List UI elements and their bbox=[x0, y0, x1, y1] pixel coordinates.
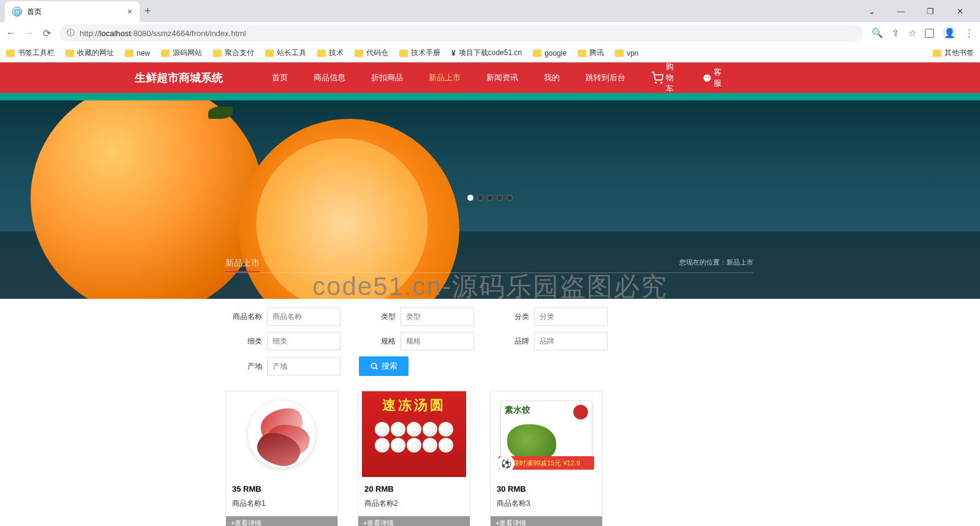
bookmark-item[interactable]: google bbox=[533, 49, 567, 58]
bookmark-item[interactable]: 书签工具栏 bbox=[6, 48, 55, 58]
globe-icon: 🌐 bbox=[12, 7, 22, 17]
info-icon: ⓘ bbox=[67, 28, 75, 39]
window-close-icon[interactable]: ✕ bbox=[951, 7, 969, 16]
browser-chrome: 🌐 首页 × + ⌄ — ❐ ✕ ← → ⟳ ⓘ http://localhos… bbox=[0, 0, 980, 62]
svg-point-0 bbox=[655, 82, 657, 83]
bookmark-item[interactable]: 站长工具 bbox=[265, 48, 306, 58]
zoom-icon[interactable]: 🔍 bbox=[872, 28, 883, 39]
bookmark-item[interactable]: 收藏的网址 bbox=[66, 48, 114, 58]
carousel-dot[interactable] bbox=[507, 195, 513, 201]
bookmark-item[interactable]: vpn bbox=[615, 49, 638, 58]
bookmark-star-icon[interactable]: ☆ bbox=[908, 28, 916, 39]
carousel-dot[interactable] bbox=[497, 195, 503, 201]
address-bar: ← → ⟳ ⓘ http://localhost:8080/ssmz4664/f… bbox=[0, 22, 980, 44]
svg-line-6 bbox=[375, 367, 377, 369]
bookmark-item[interactable]: new bbox=[125, 49, 150, 58]
soccer-icon: ⚽ bbox=[497, 455, 514, 472]
package-label: 速冻汤圆 bbox=[382, 396, 446, 415]
folder-icon bbox=[355, 50, 363, 57]
bookmark-item[interactable]: 聚合支付 bbox=[213, 48, 254, 58]
product-image: 素水饺 限时满99减15元 ¥12.9 ⚽ bbox=[491, 391, 602, 477]
product-card[interactable]: 速冻汤圆 20 RMB 商品名称2 +查看详情 bbox=[358, 391, 470, 526]
filter-input-spec[interactable] bbox=[401, 332, 474, 350]
product-grid: 35 RMB 商品名称1 +查看详情 速冻汤圆 20 RMB 商品名称2 +查看… bbox=[0, 385, 980, 526]
back-button[interactable]: ← bbox=[6, 28, 16, 39]
bookmark-item[interactable]: 腾讯 bbox=[578, 48, 604, 58]
view-detail-button[interactable]: +查看详情 bbox=[226, 516, 337, 526]
reload-button[interactable]: ⟳ bbox=[43, 28, 51, 39]
window-maximize-icon[interactable]: ❐ bbox=[921, 7, 940, 16]
filter-input-name[interactable] bbox=[267, 307, 341, 326]
nav-link-new[interactable]: 新品上市 bbox=[429, 72, 461, 83]
bookmark-item[interactable]: 技术 bbox=[317, 48, 344, 58]
folder-icon bbox=[533, 50, 541, 57]
product-price: 35 RMB bbox=[232, 484, 331, 494]
bookmark-item[interactable]: 技术手册 bbox=[399, 48, 440, 58]
filter-input-subcategory[interactable] bbox=[267, 332, 341, 350]
bookmark-item[interactable]: ¥项目下载code51.cn bbox=[451, 48, 522, 58]
watermark-text: code51.cn-源码乐园盗图必究 bbox=[312, 269, 668, 299]
search-icon bbox=[370, 362, 379, 370]
filter-input-brand[interactable] bbox=[534, 332, 608, 350]
window-minimize-icon[interactable]: — bbox=[892, 7, 910, 16]
folder-icon bbox=[615, 50, 624, 57]
nav-link-discount[interactable]: 折扣商品 bbox=[371, 72, 403, 83]
folder-icon bbox=[6, 50, 15, 57]
product-image: 速冻汤圆 bbox=[358, 391, 470, 477]
nav-link-products[interactable]: 商品信息 bbox=[314, 72, 345, 83]
folder-icon bbox=[317, 50, 326, 57]
view-detail-button[interactable]: +查看详情 bbox=[491, 516, 602, 526]
extensions-icon[interactable] bbox=[925, 29, 934, 38]
product-price: 30 RMB bbox=[497, 484, 596, 494]
url-text: http://localhost:8080/ssmz4664/front/ind… bbox=[80, 29, 246, 38]
carousel-dot[interactable] bbox=[487, 195, 493, 201]
bookmark-item[interactable]: 代码仓 bbox=[355, 48, 388, 58]
filter-input-category[interactable] bbox=[534, 307, 608, 326]
wechat-icon bbox=[703, 74, 711, 82]
folder-icon bbox=[66, 50, 74, 57]
svg-point-4 bbox=[707, 77, 709, 78]
carousel-dot[interactable] bbox=[467, 195, 473, 201]
product-image bbox=[226, 391, 337, 477]
tab-close-icon[interactable]: × bbox=[127, 7, 132, 17]
filter-input-type[interactable] bbox=[401, 307, 474, 326]
other-bookmarks[interactable]: 其他书签 bbox=[933, 48, 974, 58]
svg-point-2 bbox=[704, 74, 711, 81]
share-icon[interactable]: ⇪ bbox=[892, 28, 900, 39]
product-name: 商品名称2 bbox=[364, 498, 464, 509]
nav-link-mine[interactable]: 我的 bbox=[544, 72, 560, 83]
search-button[interactable]: 搜索 bbox=[359, 356, 409, 376]
new-tab-button[interactable]: + bbox=[145, 5, 151, 18]
window-controls: ⌄ — ❐ ✕ bbox=[862, 7, 975, 16]
url-input[interactable]: ⓘ http://localhost:8080/ssmz4664/front/i… bbox=[59, 24, 863, 42]
cart-icon bbox=[651, 72, 663, 84]
site-logo[interactable]: 生鲜超市商城系统 bbox=[135, 70, 223, 85]
bookmarks-bar: 书签工具栏 收藏的网址 new 源码网站 聚合支付 站长工具 技术 代码仓 技术… bbox=[0, 44, 980, 62]
filter-label: 分类 bbox=[492, 312, 529, 322]
window-dropdown-icon[interactable]: ⌄ bbox=[862, 7, 881, 16]
product-card[interactable]: 素水饺 限时满99减15元 ¥12.9 ⚽ 30 RMB 商品名称3 +查看详情 bbox=[490, 391, 603, 526]
carousel-dots bbox=[467, 195, 513, 201]
product-name: 商品名称3 bbox=[497, 498, 596, 509]
nav-link-news[interactable]: 新闻资讯 bbox=[486, 72, 518, 83]
carousel-dot[interactable] bbox=[477, 195, 483, 201]
bookmark-item[interactable]: 源码网站 bbox=[161, 48, 202, 58]
menu-icon[interactable]: ⋮ bbox=[965, 28, 974, 39]
filter-label: 规格 bbox=[359, 336, 396, 347]
filter-panel: 商品名称 类型 分类 细类 规格 品牌 产地 搜索 bbox=[0, 299, 980, 385]
filter-label: 类型 bbox=[359, 312, 396, 322]
nav-service[interactable]: 客服 bbox=[703, 67, 722, 89]
nav-cart[interactable]: 购物车 bbox=[651, 61, 677, 94]
browser-tab[interactable]: 🌐 首页 × bbox=[5, 1, 140, 22]
nav-link-home[interactable]: 首页 bbox=[272, 72, 288, 83]
product-card[interactable]: 35 RMB 商品名称1 +查看详情 bbox=[225, 391, 338, 526]
profile-avatar[interactable]: 👤 bbox=[943, 26, 956, 40]
svg-point-3 bbox=[706, 77, 707, 78]
tab-bar: 🌐 首页 × + ⌄ — ❐ ✕ bbox=[0, 0, 980, 22]
app-icon: ¥ bbox=[451, 49, 456, 58]
view-detail-button[interactable]: +查看详情 bbox=[358, 516, 470, 526]
filter-input-origin[interactable] bbox=[267, 357, 341, 375]
nav-link-admin[interactable]: 跳转到后台 bbox=[586, 72, 625, 83]
folder-icon bbox=[578, 50, 586, 57]
site-header: 生鲜超市商城系统 首页 商品信息 折扣商品 新品上市 新闻资讯 我的 跳转到后台… bbox=[0, 62, 980, 93]
